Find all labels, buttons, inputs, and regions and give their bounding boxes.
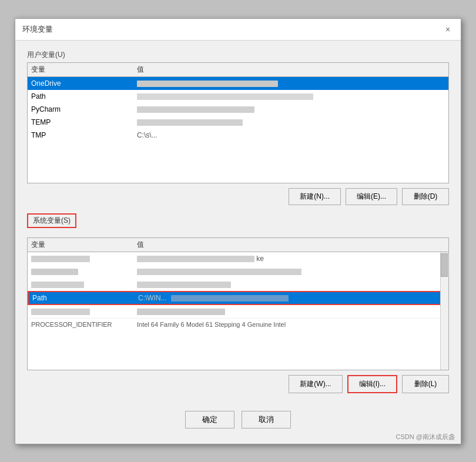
title-bar: 环境变量 × xyxy=(15,19,461,41)
var-cell xyxy=(31,280,137,289)
table-row[interactable] xyxy=(28,305,448,318)
dialog-title: 环境变量 xyxy=(22,24,53,35)
sys-val-col-header: 值 xyxy=(137,240,445,250)
sys-edit-button[interactable]: 编辑(I)... xyxy=(347,375,397,393)
user-section-header: 用户变量(U) xyxy=(27,50,449,60)
user-val-col-header: 值 xyxy=(137,65,445,75)
table-row[interactable]: Path xyxy=(28,90,448,103)
user-buttons-row: 新建(N)... 编辑(E)... 删除(D) xyxy=(27,188,449,205)
path-system-row[interactable]: Path C:\WIN... xyxy=(28,291,448,305)
table-row[interactable]: TMP C:\s\... xyxy=(28,129,448,142)
close-button[interactable]: × xyxy=(442,24,454,35)
sys-new-button[interactable]: 新建(W)... xyxy=(289,375,342,393)
cancel-button[interactable]: 取消 xyxy=(242,411,291,428)
val-cell xyxy=(137,307,445,316)
ok-button[interactable]: 确定 xyxy=(185,411,234,428)
val-cell: Intel 64 Family 6 Model 61 Stepping 4 Ge… xyxy=(137,321,445,328)
val-cell: C:\WIN... xyxy=(138,294,444,302)
user-table-body[interactable]: OneDrive Path PyCharm xyxy=(28,77,448,183)
table-row[interactable]: ke xyxy=(28,252,448,265)
val-cell: C:\s\... xyxy=(137,131,445,139)
user-variables-table: 变量 值 OneDrive Path xyxy=(27,62,449,183)
user-new-button[interactable]: 新建(N)... xyxy=(289,188,341,205)
val-cell xyxy=(137,92,445,101)
watermark: CSDN @南沐成辰盏 xyxy=(396,433,455,441)
bottom-buttons: 确定 取消 xyxy=(27,401,449,434)
val-cell xyxy=(137,79,445,88)
user-edit-button[interactable]: 编辑(E)... xyxy=(346,188,397,205)
sys-table-header: 变量 值 xyxy=(28,238,448,252)
var-cell: OneDrive xyxy=(31,79,137,88)
user-var-col-header: 变量 xyxy=(31,65,137,75)
var-cell: PROCESSOR_IDENTIFIER xyxy=(31,321,137,328)
var-cell: TEMP xyxy=(31,118,137,126)
table-row[interactable]: TEMP xyxy=(28,116,448,129)
scrollbar[interactable] xyxy=(440,252,448,370)
user-table-header: 变量 值 xyxy=(28,63,448,77)
sys-table-body[interactable]: ke xyxy=(28,252,448,370)
var-cell: PyCharm xyxy=(31,105,137,113)
dialog-body: 用户变量(U) 变量 值 OneDrive Path xyxy=(15,41,461,444)
var-cell: Path xyxy=(31,92,137,101)
var-cell xyxy=(31,267,137,276)
val-cell xyxy=(137,118,445,126)
table-row[interactable] xyxy=(28,265,448,278)
table-row[interactable]: PyCharm xyxy=(28,103,448,116)
val-cell xyxy=(137,267,445,276)
sys-delete-button[interactable]: 删除(L) xyxy=(402,375,449,393)
val-cell xyxy=(137,280,445,289)
var-cell: Path xyxy=(32,294,138,302)
sys-var-col-header: 变量 xyxy=(31,240,137,250)
user-delete-button[interactable]: 删除(D) xyxy=(402,188,449,205)
scrollbar-thumb[interactable] xyxy=(441,253,448,277)
sys-buttons-row: 新建(W)... 编辑(I)... 删除(L) xyxy=(27,375,449,393)
table-row[interactable]: OneDrive xyxy=(28,77,448,90)
val-cell: ke xyxy=(137,255,445,263)
env-variables-dialog: 环境变量 × 用户变量(U) 变量 值 OneDrive xyxy=(15,18,461,444)
var-cell xyxy=(31,307,137,316)
table-row[interactable] xyxy=(28,278,448,291)
val-cell xyxy=(137,105,445,113)
table-row[interactable]: PROCESSOR_IDENTIFIER Intel 64 Family 6 M… xyxy=(28,318,448,331)
sys-section-label: 系统变量(S) xyxy=(27,213,76,228)
sys-section-label-wrapper: 系统变量(S) xyxy=(27,213,449,233)
var-cell: TMP xyxy=(31,131,137,139)
close-icon: × xyxy=(445,25,450,34)
sys-variables-table: 变量 值 ke xyxy=(27,237,449,370)
var-cell xyxy=(31,255,137,263)
